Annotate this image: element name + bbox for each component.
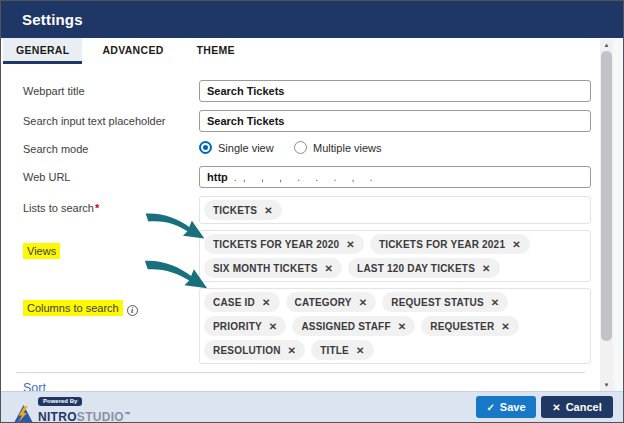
chip-label: REQUEST STATUS (391, 297, 483, 308)
chip-title: TITLE✕ (311, 340, 373, 360)
chip-remove-icon[interactable]: ✕ (269, 321, 278, 332)
search-mode-radio-group: Single view Multiple views (199, 140, 591, 158)
radio-option-label: Single view (218, 142, 274, 154)
annotation-arrow-to-columns (143, 255, 209, 293)
web-url-value: http (207, 171, 228, 183)
chip-last-120-day-tickets: LAST 120 DAY TICKETS✕ (348, 258, 500, 278)
chip-label: ASSIGNED STAFF (301, 321, 390, 332)
scroll-down-icon[interactable]: ▼ (600, 379, 613, 391)
brand-studio: STUDIO (77, 410, 124, 423)
lists-to-search-chipbox[interactable]: TICKETS✕ (199, 196, 591, 224)
form-row-lists-to-search: Lists to search* TICKETS✕ (23, 196, 591, 224)
powered-by-badge: Powered By (38, 397, 82, 406)
chip-tickets-for-year-2020: TICKETS FOR YEAR 2020✕ (204, 234, 364, 254)
tab-bar: GENERAL ADVANCED THEME (1, 38, 600, 64)
radio-selected-icon[interactable] (199, 141, 212, 154)
chip-label: RESOLUTION (213, 345, 281, 356)
scroll-up-icon[interactable]: ▲ (600, 39, 613, 51)
columns-label-highlight: Columns to search (23, 300, 123, 316)
chip-label: TITLE (320, 345, 349, 356)
views-label-highlight: Views (23, 243, 60, 259)
chip-remove-icon[interactable]: ✕ (491, 297, 500, 308)
chip-label: CASE ID (213, 297, 255, 308)
tab-theme[interactable]: THEME (184, 38, 248, 64)
chip-remove-icon[interactable]: ✕ (264, 205, 273, 216)
form-row-webpart-title: Webpart title (23, 80, 591, 102)
brand-nitro: NITRO (38, 410, 77, 423)
settings-form: Webpart title Search input text placehol… (2, 64, 599, 391)
chip-remove-icon[interactable]: ✕ (325, 263, 334, 274)
tab-general[interactable]: GENERAL (3, 38, 82, 64)
chip-resolution: RESOLUTION✕ (204, 340, 305, 360)
chip-tickets-for-year-2021: TICKETS FOR YEAR 2021✕ (370, 234, 530, 254)
lists-to-search-label-text: Lists to search (23, 202, 94, 214)
chip-remove-icon[interactable]: ✕ (512, 239, 521, 250)
chip-remove-icon[interactable]: ✕ (501, 321, 510, 332)
chip-case-id: CASE ID✕ (204, 292, 280, 312)
section-divider (16, 372, 585, 373)
webpart-title-input[interactable] (199, 80, 591, 102)
save-button[interactable]: ✓ Save (476, 396, 536, 418)
dialog-header: Settings (1, 1, 623, 38)
nitro-studio-branding: Powered By NITROSTUDIO™ (13, 390, 130, 423)
tab-advanced[interactable]: ADVANCED (89, 38, 176, 64)
radio-single-view[interactable]: Single view (199, 141, 274, 154)
chip-remove-icon[interactable]: ✕ (288, 345, 297, 356)
web-url-redacted-text: ., , , . . . , . (234, 171, 379, 183)
vertical-scrollbar[interactable]: ▲ ▼ (600, 39, 613, 391)
chip-six-month-tickets: SIX MONTH TICKETS✕ (204, 258, 342, 278)
check-icon: ✓ (486, 402, 494, 413)
search-placeholder-label: Search input text placeholder (23, 115, 199, 127)
chip-label: TICKETS FOR YEAR 2020 (213, 239, 339, 250)
form-row-web-url: Web URL http ., , , . . . , . (23, 166, 591, 188)
close-icon: ✕ (552, 402, 560, 413)
form-row-search-placeholder: Search input text placeholder (23, 110, 591, 132)
views-chipbox[interactable]: TICKETS FOR YEAR 2020✕TICKETS FOR YEAR 2… (199, 230, 591, 282)
chip-remove-icon[interactable]: ✕ (346, 239, 355, 250)
chip-priority: PRIORITY✕ (204, 316, 286, 336)
chip-assigned-staff: ASSIGNED STAFF✕ (292, 316, 415, 336)
scrollbar-thumb[interactable] (601, 51, 612, 341)
chip-remove-icon[interactable]: ✕ (482, 263, 491, 274)
chip-remove-icon[interactable]: ✕ (356, 345, 365, 356)
chip-requester: REQUESTER✕ (421, 316, 519, 336)
trademark-symbol: ™ (124, 411, 130, 417)
form-row-search-mode: Search mode Single view Multiple views (23, 140, 591, 158)
web-url-label: Web URL (23, 171, 199, 183)
chip-label: TICKETS FOR YEAR 2021 (379, 239, 505, 250)
chip-request-status: REQUEST STATUS✕ (382, 292, 508, 312)
chip-category: CATEGORY✕ (286, 292, 377, 312)
cancel-button-label: Cancel (566, 401, 602, 413)
chip-label: SIX MONTH TICKETS (213, 263, 318, 274)
dialog-right-gutter (613, 38, 623, 422)
web-url-input[interactable]: http ., , , . . . , . (199, 166, 591, 188)
nitro-studio-logo-icon (13, 404, 34, 423)
chip-remove-icon[interactable]: ✕ (359, 297, 368, 308)
search-mode-label: Search mode (23, 143, 199, 155)
form-row-views: Views TICKETS FOR YEAR 2020✕TICKETS FOR … (23, 230, 591, 282)
chip-remove-icon[interactable]: ✕ (398, 321, 407, 332)
search-placeholder-input[interactable] (199, 110, 591, 132)
required-asterisk: * (95, 202, 99, 214)
chip-label: LAST 120 DAY TICKETS (357, 263, 475, 274)
dialog-title: Settings (1, 1, 623, 38)
info-icon[interactable]: i (127, 305, 138, 316)
settings-dialog: Settings GENERAL ADVANCED THEME Webpart … (0, 0, 624, 423)
radio-unselected-icon[interactable] (294, 141, 307, 154)
radio-multiple-views[interactable]: Multiple views (294, 141, 381, 154)
annotation-arrow-to-views (143, 210, 207, 242)
chip-label: REQUESTER (430, 321, 494, 332)
chip-tickets: TICKETS✕ (204, 200, 282, 220)
radio-option-label: Multiple views (313, 142, 381, 154)
save-button-label: Save (500, 401, 526, 413)
chip-remove-icon[interactable]: ✕ (262, 297, 271, 308)
dialog-footer: Powered By NITROSTUDIO™ ✓ Save ✕ Cancel (1, 391, 623, 422)
chip-label: TICKETS (213, 205, 257, 216)
form-row-columns-to-search: Columns to searchi CASE ID✕CATEGORY✕REQU… (23, 288, 591, 364)
chip-label: PRIORITY (213, 321, 262, 332)
webpart-title-label: Webpart title (23, 85, 199, 97)
cancel-button[interactable]: ✕ Cancel (541, 396, 613, 418)
columns-chipbox[interactable]: CASE ID✕CATEGORY✕REQUEST STATUS✕PRIORITY… (199, 288, 591, 364)
chip-label: CATEGORY (295, 297, 352, 308)
